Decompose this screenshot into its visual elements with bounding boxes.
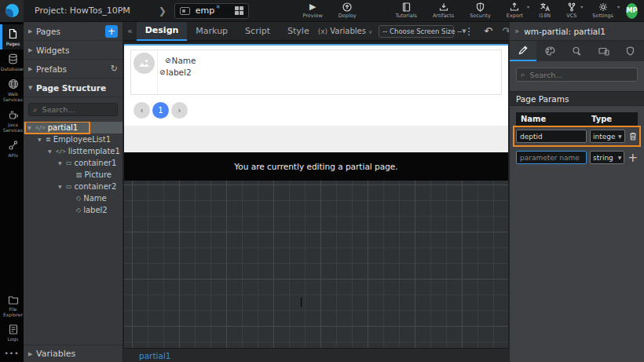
table-header: Name Type xyxy=(516,112,638,126)
deploy-icon xyxy=(342,2,352,12)
section-prefabs[interactable]: ▶ Prefabs ↻ xyxy=(24,60,123,79)
tree-item-picture[interactable]: ▨ Picture xyxy=(24,169,123,181)
security-button[interactable]: Security xyxy=(470,2,491,19)
picture-widget[interactable] xyxy=(131,50,158,94)
user-avatar[interactable]: MP xyxy=(626,3,638,19)
page-params-section-header[interactable]: Page Params xyxy=(510,91,644,106)
page-params-table: Name Type intege ▼ xyxy=(516,112,638,168)
export-icon xyxy=(510,2,519,12)
text-caret xyxy=(301,298,302,307)
pagination-page-1[interactable]: 1 xyxy=(152,102,169,119)
template-icon: </> xyxy=(56,148,66,155)
globe-icon xyxy=(8,79,19,90)
tab-devices[interactable] xyxy=(591,41,617,61)
rail-item-pages[interactable]: Pages xyxy=(0,24,24,49)
export-button[interactable]: Export ▾ xyxy=(507,2,523,19)
tutorials-button[interactable]: Tutorials xyxy=(396,2,417,19)
i18n-button[interactable]: I18N xyxy=(539,2,551,19)
canvas-grid[interactable] xyxy=(124,181,508,348)
label2-widget[interactable]: ⊘ label2 xyxy=(159,68,192,77)
list-widget-icon: ≣ xyxy=(46,136,51,144)
tree-item-container1[interactable]: ▼ ▭ container1 xyxy=(24,157,123,169)
canvas-footer-area xyxy=(124,126,508,152)
rail-item-logs[interactable]: Logs xyxy=(0,320,24,345)
pagination-next-button[interactable]: › xyxy=(171,102,188,119)
tree-item-label2[interactable]: ◇ label2 xyxy=(24,204,123,216)
book-icon xyxy=(402,2,411,12)
tab-inspect[interactable] xyxy=(563,41,590,61)
add-page-button[interactable]: + xyxy=(105,25,118,38)
project-name[interactable]: Project: HowTos_10PM xyxy=(24,5,138,16)
add-param-button[interactable]: + xyxy=(628,151,638,165)
list-item-template[interactable]: ⊘ Name ⊘ label2 xyxy=(130,49,502,95)
app-logo[interactable] xyxy=(0,0,24,22)
new-param-name-input[interactable] xyxy=(516,151,587,164)
tab-design[interactable]: Design xyxy=(137,22,188,41)
artifacts-button[interactable]: Artifacts xyxy=(433,2,454,19)
structure-search-input[interactable] xyxy=(41,104,113,115)
magnifier-x-icon xyxy=(572,46,582,57)
page-switcher-icon[interactable] xyxy=(235,6,243,15)
open-page-tab[interactable]: emp * xyxy=(174,3,249,19)
deploy-button[interactable]: Deploy xyxy=(338,2,357,19)
tab-security-roles[interactable] xyxy=(617,41,644,61)
rail-item-file-explorer[interactable]: File Explorer xyxy=(0,291,24,320)
tree-item-employeelist1[interactable]: ▼ ≣ EmployeeList1 xyxy=(24,133,123,145)
coffee-cup-icon xyxy=(8,109,19,120)
chevron-right-icon[interactable]: ❯ xyxy=(159,5,166,16)
properties-search[interactable]: ⌕ xyxy=(516,68,638,82)
topbar: Project: HowTos_10PM ❯ emp * ▶ Preview D… xyxy=(0,0,644,22)
tab-script[interactable]: Script xyxy=(236,22,279,41)
new-param-type-select[interactable]: string ▼ xyxy=(590,151,624,164)
vcs-button[interactable]: VCS ▾ xyxy=(566,2,576,19)
branch-icon xyxy=(567,2,576,12)
param-type-select[interactable]: intege ▼ xyxy=(590,130,625,143)
caret-down-icon: ▼ xyxy=(38,137,46,142)
structure-search[interactable]: ⌕ xyxy=(28,103,118,116)
tree-item-listtemplate1[interactable]: ▼ </> listtemplate1 xyxy=(24,145,123,157)
name-label-widget[interactable]: ⊘ Name xyxy=(165,56,196,65)
tree-item-container2[interactable]: ▼ ▭ container2 xyxy=(24,181,123,192)
rail-item-databases[interactable]: Databases xyxy=(0,49,24,75)
section-pages[interactable]: ▶ Pages + xyxy=(24,22,123,41)
tab-styles[interactable] xyxy=(536,41,563,61)
variables-dropdown[interactable]: (x) Variables ∨ xyxy=(318,27,373,35)
rail-item-web-services[interactable]: Web Services xyxy=(0,75,24,105)
tree-item-name[interactable]: ◇ Name xyxy=(24,192,123,204)
rail-item-apis[interactable]: APIs xyxy=(0,136,24,161)
refresh-icon[interactable]: ↻ xyxy=(111,64,118,74)
search-icon: ⌕ xyxy=(521,70,525,79)
tree-item-partial1[interactable]: ▼ </> partial1 xyxy=(24,122,123,133)
folder-icon xyxy=(8,295,19,305)
delete-param-button[interactable] xyxy=(628,132,638,141)
tab-style[interactable]: Style xyxy=(279,22,318,41)
rail-item-java-services[interactable]: Java Services xyxy=(0,105,24,136)
translate-icon xyxy=(540,2,550,12)
properties-search-input[interactable] xyxy=(529,70,633,80)
container-icon: ▭ xyxy=(66,159,72,167)
section-page-structure[interactable]: ▼ Page Structure xyxy=(24,79,123,97)
more-options-icon[interactable]: ⋮ xyxy=(459,26,479,37)
collapse-right-panel-icon[interactable]: » xyxy=(514,27,519,35)
undo-button[interactable]: ↶ xyxy=(479,25,497,37)
tab-properties[interactable] xyxy=(510,41,536,61)
rail-more-button[interactable]: ••• xyxy=(0,345,24,362)
shield-outline-icon xyxy=(626,46,635,56)
section-widgets[interactable]: ▶ Widgets xyxy=(24,41,123,60)
screen-size-select[interactable]: -- Choose Screen Size -- ▼ xyxy=(379,25,454,38)
pagination-prev-button[interactable]: ‹ xyxy=(134,102,150,119)
tab-markup[interactable]: Markup xyxy=(187,22,236,41)
preview-button[interactable]: ▶ Preview xyxy=(303,2,323,19)
selected-widget-title: wm-partial: partial1 xyxy=(524,27,606,36)
active-partial-link[interactable]: partial1 xyxy=(139,351,170,360)
properties-header: » wm-partial: partial1 xyxy=(510,22,644,41)
shield-icon xyxy=(476,2,485,12)
design-canvas: ⊘ Name ⊘ label2 ‹ 1 › xyxy=(123,41,509,348)
section-variables[interactable]: ▶ Variables xyxy=(24,345,123,362)
caret-right-icon: ▶ xyxy=(28,351,36,357)
bind-icon: ⊘ xyxy=(159,68,166,76)
param-name-input[interactable] xyxy=(516,130,587,143)
settings-button[interactable]: Settings ▾ xyxy=(592,2,613,19)
editor-toolbar: « Design Markup Script Style (x) Variabl… xyxy=(123,22,509,41)
collapse-left-panel-icon[interactable]: « xyxy=(123,26,137,36)
